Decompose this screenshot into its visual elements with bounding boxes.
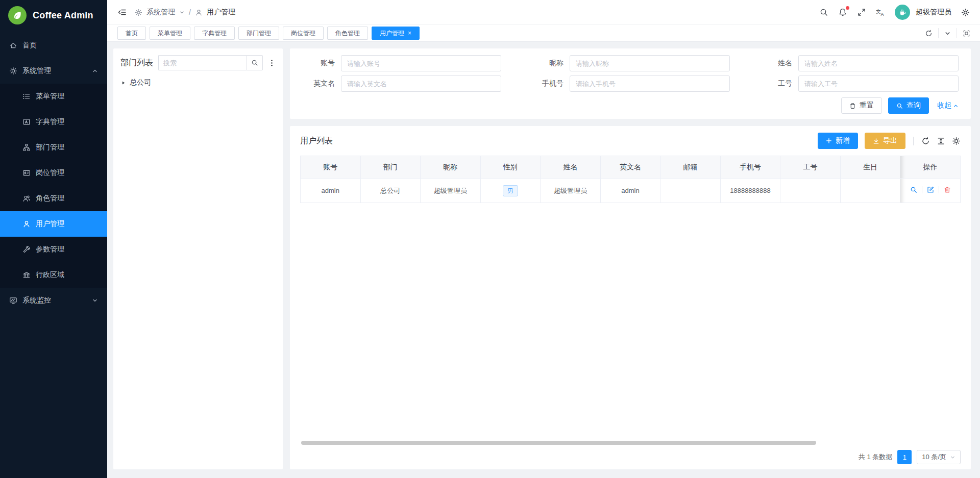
add-button[interactable]: 新增 [818, 133, 858, 149]
dictionary-icon [22, 118, 31, 126]
field-label: 英文名 [295, 79, 335, 88]
page-size-select[interactable]: 10 条/页 [917, 450, 961, 464]
refresh-icon[interactable] [919, 28, 938, 38]
chevron-down-icon[interactable] [938, 28, 957, 38]
svg-text:文: 文 [876, 9, 881, 14]
tab-post-mgmt[interactable]: 岗位管理 [283, 27, 324, 40]
department-panel-header: 部门列表 [120, 55, 276, 70]
tab-dict-mgmt[interactable]: 字典管理 [194, 27, 235, 40]
content-area: 部门列表 总公司 账号 [107, 42, 980, 478]
tab-bar: 首页 菜单管理 字典管理 部门管理 岗位管理 角色管理 用户管理 × [107, 24, 980, 42]
sidebar-item-system-monitor[interactable]: 系统监控 [0, 288, 107, 313]
sidebar-item-home[interactable]: 首页 [0, 33, 107, 58]
sidebar-item-dept-mgmt[interactable]: 部门管理 [0, 135, 107, 160]
tab-home[interactable]: 首页 [117, 27, 146, 40]
sidebar-item-user-mgmt[interactable]: 用户管理 [0, 211, 107, 237]
column-header: 部门 [360, 156, 421, 179]
sidebar-item-label: 参数管理 [36, 245, 64, 254]
gender-tag: 男 [503, 185, 518, 196]
column-header-actions: 操作 [900, 156, 961, 179]
refresh-icon[interactable] [921, 137, 930, 145]
right-column: 账号 昵称 姓名 英文名 [290, 48, 971, 469]
sidebar-item-system-mgmt[interactable]: 系统管理 [0, 58, 107, 84]
notification-bell-icon[interactable] [838, 8, 847, 17]
tab-dept-mgmt[interactable]: 部门管理 [238, 27, 279, 40]
caret-right-icon[interactable] [120, 80, 126, 86]
edit-icon[interactable] [927, 186, 934, 193]
query-label: 查询 [906, 101, 921, 110]
tab-menu-mgmt[interactable]: 菜单管理 [150, 27, 190, 40]
tab-label: 岗位管理 [291, 29, 315, 38]
add-label: 新增 [836, 136, 850, 145]
department-search-button[interactable] [247, 55, 263, 70]
sidebar-item-menu-mgmt[interactable]: 菜单管理 [0, 84, 107, 109]
action-divider [939, 186, 939, 193]
row-height-icon[interactable] [937, 137, 945, 145]
name-input[interactable] [798, 55, 959, 71]
breadcrumb-level2: 用户管理 [207, 8, 235, 17]
department-search-input[interactable] [158, 55, 247, 70]
maximize-icon[interactable] [957, 28, 976, 38]
cell-dept: 总公司 [360, 179, 421, 203]
column-settings-gear-icon[interactable] [952, 137, 961, 145]
query-button[interactable]: 查询 [888, 97, 929, 114]
chevron-up-icon [953, 103, 959, 109]
table-header-row: 账号 部门 昵称 性别 姓名 英文名 邮箱 手机号 工号 生日 [301, 156, 961, 179]
column-header: 姓名 [541, 156, 601, 179]
sidebar-item-region[interactable]: 行政区域 [0, 262, 107, 288]
sidebar-item-label: 岗位管理 [36, 168, 64, 178]
field-label: 工号 [752, 79, 792, 88]
delete-icon[interactable] [944, 186, 951, 193]
breadcrumb-level1[interactable]: 系统管理 [146, 8, 175, 17]
export-button[interactable]: 导出 [865, 133, 905, 149]
sidebar-item-label: 字典管理 [36, 117, 64, 127]
phone-input[interactable] [570, 76, 730, 92]
search-icon[interactable] [819, 8, 828, 17]
current-user-name[interactable]: 超级管理员 [916, 8, 951, 17]
fullscreen-icon[interactable] [857, 8, 866, 17]
page-size-value: 10 条/页 [922, 452, 946, 462]
app-title: Coffee Admin [33, 10, 93, 21]
tab-role-mgmt[interactable]: 角色管理 [327, 27, 368, 40]
scrollbar-thumb[interactable] [301, 441, 816, 445]
view-detail-icon[interactable] [910, 186, 917, 193]
app-root: Coffee Admin 首页 系统管理 菜单管理 字典管理 [0, 0, 980, 478]
breadcrumb: 系统管理 / 用户管理 [135, 8, 235, 17]
avatar[interactable] [895, 5, 910, 20]
settings-gear-icon[interactable] [961, 8, 970, 17]
sidebar-item-label: 系统监控 [22, 296, 51, 305]
org-tree-icon [22, 143, 31, 152]
page-number-button[interactable]: 1 [897, 450, 912, 464]
column-header: 生日 [840, 156, 900, 179]
reset-button[interactable]: 重置 [841, 97, 882, 114]
sidebar-item-role-mgmt[interactable]: 角色管理 [0, 186, 107, 211]
toolbar-divider [913, 137, 914, 145]
id-badge-icon [22, 169, 31, 177]
tab-user-mgmt[interactable]: 用户管理 × [372, 27, 420, 40]
logo[interactable]: Coffee Admin [0, 0, 107, 31]
menu-fold-icon[interactable] [117, 8, 127, 17]
sidebar-item-label: 系统管理 [22, 66, 51, 76]
column-header: 工号 [780, 156, 841, 179]
more-options-icon[interactable] [268, 59, 276, 67]
sidebar-item-post-mgmt[interactable]: 岗位管理 [0, 160, 107, 186]
user-list-panel: 用户列表 新增 导出 [290, 126, 971, 469]
translate-icon[interactable]: 文A [876, 8, 885, 17]
collapse-link[interactable]: 收起 [937, 101, 959, 110]
nickname-input[interactable] [570, 55, 730, 71]
cell-account: admin [301, 179, 361, 203]
sidebar-item-param-mgmt[interactable]: 参数管理 [0, 237, 107, 262]
tab-close-icon[interactable]: × [408, 30, 411, 36]
user-icon [22, 220, 31, 228]
tree-node-root[interactable]: 总公司 [120, 77, 276, 88]
en-name-input[interactable] [341, 76, 501, 92]
account-input[interactable] [341, 55, 501, 71]
department-search-box [158, 55, 263, 70]
download-icon [873, 138, 879, 144]
work-no-input[interactable] [798, 76, 959, 92]
sidebar-item-label: 用户管理 [36, 219, 64, 229]
department-panel: 部门列表 总公司 [113, 48, 283, 469]
sidebar-item-dict-mgmt[interactable]: 字典管理 [0, 109, 107, 135]
roles-icon [22, 194, 31, 203]
filter-actions: 重置 查询 收起 [295, 97, 959, 114]
